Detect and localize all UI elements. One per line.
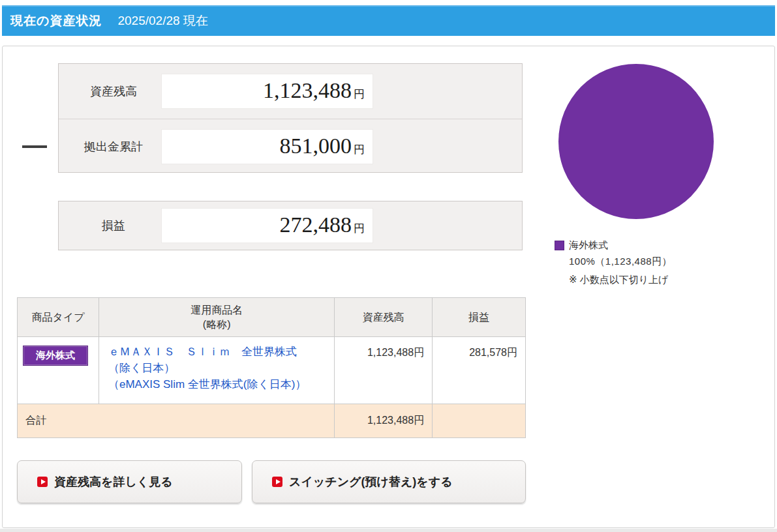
- switching-label: スイッチング(預け替え)をする: [289, 474, 453, 490]
- balance-valuebox: 1,123,488 円: [161, 74, 373, 109]
- column-header-product-name: 運用商品名 (略称): [99, 298, 334, 337]
- legend-percent-value: 100%（1,123,488円）: [569, 256, 672, 268]
- minus-sign: [22, 145, 47, 148]
- asset-type-badge: 海外株式: [23, 346, 88, 366]
- summary-box-profit-loss: 損益 272,488 円: [58, 201, 523, 250]
- balance-label: 資産残高: [82, 83, 145, 99]
- red-play-icon: [272, 477, 282, 487]
- stat-row-balance: 資産残高 1,123,488 円: [59, 64, 522, 119]
- product-profit-loss-value: 281,578円: [433, 337, 526, 404]
- column-header-profit-loss: 損益: [433, 298, 526, 337]
- total-profit-loss-empty-cell: [433, 404, 526, 438]
- profit-loss-unit: 円: [354, 221, 365, 236]
- total-balance-value: 1,123,488円: [335, 404, 433, 438]
- product-name-link[interactable]: ｅＭＡＸＩＳ Ｓｌｉｍ 全世界株式 （除く日本） （eMAXIS Slim 全世…: [108, 344, 329, 392]
- page-title: 現在の資産状況: [10, 12, 102, 29]
- page-bottom-strip: [0, 529, 777, 532]
- summary-box-balance-contribution: 資産残高 1,123,488 円 拠出金累計 851,000 円: [58, 63, 523, 173]
- switching-button[interactable]: スイッチング(預け替え)をする: [252, 460, 526, 503]
- view-balance-detail-button[interactable]: 資産残高を詳しく見る: [17, 460, 242, 503]
- red-play-icon: [37, 477, 48, 487]
- stat-row-profit-loss: 損益 272,488 円: [59, 201, 522, 250]
- profit-loss-value: 272,488: [280, 214, 352, 236]
- legend-rounding-note: ※ 小数点以下切り上げ: [569, 274, 672, 286]
- total-label: 合計: [18, 404, 335, 438]
- contribution-unit: 円: [354, 142, 365, 157]
- as-of-date: 2025/02/28 現在: [117, 12, 207, 29]
- contribution-valuebox: 851,000 円: [161, 129, 373, 164]
- content-panel: 資産残高 1,123,488 円 拠出金累計 851,000 円 損益 272,…: [2, 46, 775, 528]
- pie-chart-legend: 海外株式 100%（1,123,488円） ※ 小数点以下切り上げ: [555, 239, 672, 286]
- balance-value: 1,123,488: [263, 80, 352, 102]
- asset-allocation-pie-chart: [558, 64, 714, 219]
- table-header-row: 商品タイプ 運用商品名 (略称) 資産残高 損益: [18, 298, 526, 337]
- holdings-table: 商品タイプ 運用商品名 (略称) 資産残高 損益 海外株式 ｅＭＡＸＩＳ Ｓｌｉ…: [17, 297, 526, 438]
- section-title-bar: 現在の資産状況 2025/02/28 現在: [2, 5, 775, 36]
- column-header-product-type: 商品タイプ: [18, 298, 99, 337]
- contribution-label: 拠出金累計: [82, 139, 145, 155]
- legend-color-swatch: [555, 241, 564, 250]
- contribution-value: 851,000: [280, 135, 352, 157]
- table-row: 海外株式 ｅＭＡＸＩＳ Ｓｌｉｍ 全世界株式 （除く日本） （eMAXIS Sl…: [18, 337, 526, 404]
- balance-unit: 円: [354, 87, 365, 102]
- product-balance-value: 1,123,488円: [335, 337, 433, 404]
- profit-loss-valuebox: 272,488 円: [161, 208, 373, 243]
- view-balance-detail-label: 資産残高を詳しく見る: [54, 474, 173, 490]
- stat-row-contribution: 拠出金累計 851,000 円: [59, 119, 522, 173]
- column-header-balance: 資産残高: [335, 298, 433, 337]
- table-total-row: 合計 1,123,488円: [18, 404, 526, 438]
- profit-loss-label: 損益: [82, 218, 145, 233]
- legend-label: 海外株式: [569, 239, 608, 252]
